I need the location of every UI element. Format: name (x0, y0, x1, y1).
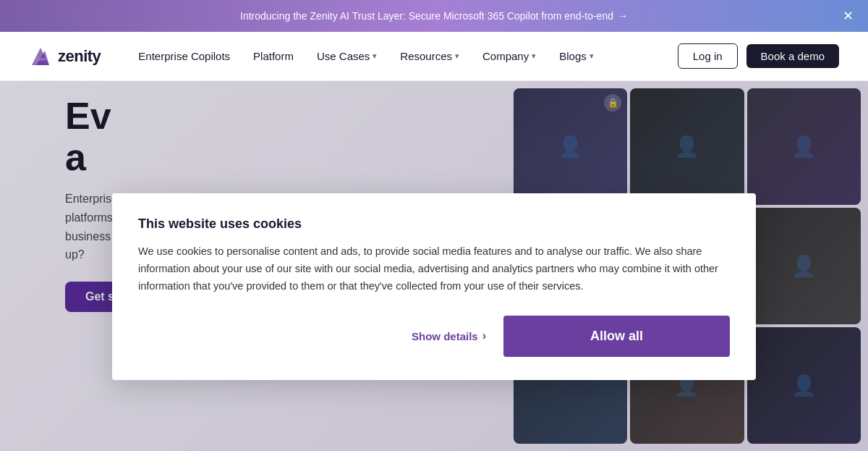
show-details-chevron-icon: › (482, 329, 486, 342)
banner-arrow: → (618, 10, 628, 22)
banner-text: Introducing the Zenity AI Trust Layer: S… (240, 10, 613, 22)
nav-actions: Log in Book a demo (678, 43, 839, 69)
use-cases-chevron-icon: ▾ (373, 51, 377, 61)
nav-item-company[interactable]: Company ▾ (474, 44, 545, 68)
cookie-modal-title: This website uses cookies (138, 216, 730, 232)
cookie-actions: Show details › Allow all (138, 316, 730, 357)
logo-text: zenity (58, 47, 101, 66)
company-chevron-icon: ▾ (532, 51, 536, 61)
cookie-modal: This website uses cookies We use cookies… (112, 193, 756, 380)
zenity-logo-icon (29, 45, 52, 68)
resources-chevron-icon: ▾ (455, 51, 459, 61)
nav-item-blogs[interactable]: Blogs ▾ (550, 44, 603, 68)
navbar: zenity Enterprise Copilots Platform Use … (0, 32, 868, 81)
blogs-chevron-icon: ▾ (590, 51, 594, 61)
nav-item-enterprise-copilots[interactable]: Enterprise Copilots (129, 44, 239, 68)
logo-link[interactable]: zenity (29, 45, 101, 68)
nav-links: Enterprise Copilots Platform Use Cases ▾… (129, 44, 677, 68)
book-demo-button[interactable]: Book a demo (746, 44, 839, 68)
nav-item-use-cases[interactable]: Use Cases ▾ (308, 44, 386, 68)
cookie-modal-body: We use cookies to personalise content an… (138, 243, 730, 295)
banner-close-button[interactable]: ✕ (843, 9, 854, 22)
show-details-button[interactable]: Show details › (412, 329, 486, 342)
nav-item-resources[interactable]: Resources ▾ (391, 44, 468, 68)
allow-all-button[interactable]: Allow all (503, 316, 730, 357)
hero-section: 🔒 👤 👤 👤 🔒 👤 PEGA 👥 👤 📊 Building... 👤 � (0, 81, 868, 451)
login-button[interactable]: Log in (678, 43, 738, 69)
svg-rect-2 (35, 58, 46, 61)
nav-item-platform[interactable]: Platform (244, 44, 302, 68)
top-banner: Introducing the Zenity AI Trust Layer: S… (0, 0, 868, 32)
